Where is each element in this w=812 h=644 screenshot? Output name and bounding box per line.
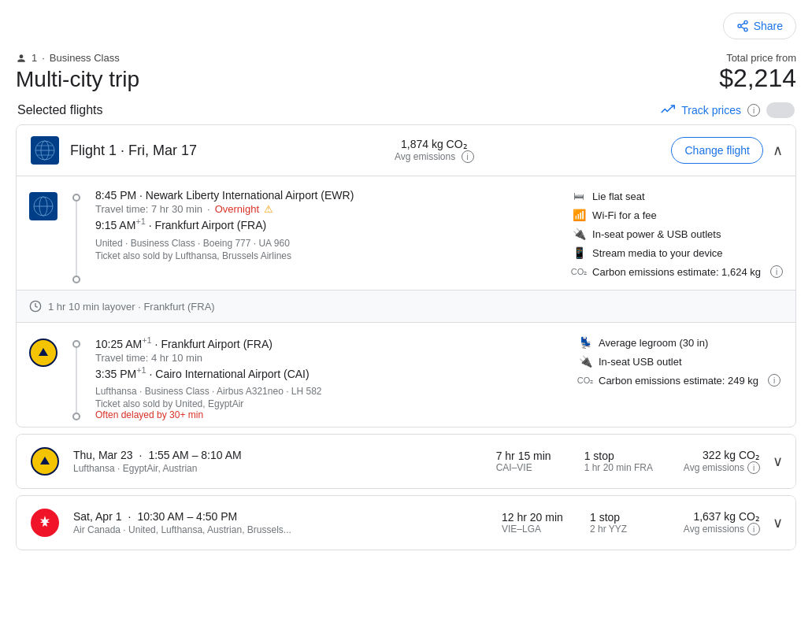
- flight-2-stops: 1 stop 1 hr 20 min FRA: [584, 450, 653, 473]
- segment-1-logo-col: [29, 189, 57, 283]
- title-section: 1 · Business Class Multi-city trip: [16, 52, 139, 92]
- co2-1-info-icon[interactable]: i: [770, 265, 783, 278]
- segment-2-depart: 10:25 AM+1 · Frankfurt Airport (FRA): [95, 335, 565, 350]
- segment-1-arrive: 9:15 AM+1 · Frankfurt Airport (FRA): [95, 217, 559, 231]
- passengers-info: 1 · Business Class: [16, 52, 139, 64]
- depart-dot: [72, 194, 80, 202]
- selected-flights-bar: Selected flights Track prices i: [16, 102, 796, 118]
- layover-row: 1 hr 10 min layover · Frankfurt (FRA): [17, 290, 795, 323]
- flight-2-stops-label: 1 stop: [584, 450, 653, 462]
- flight-2-co2: 322 kg CO₂ Avg emissions i: [666, 449, 760, 474]
- usb-icon: 🔌: [578, 354, 592, 368]
- power-icon: 🔌: [572, 227, 586, 241]
- track-prices-toggle[interactable]: [766, 102, 795, 118]
- flight-1-header: Flight 1 · Fri, Mar 17 1,874 kg CO₂ Avg …: [17, 125, 795, 176]
- flight-3-airline: Air Canada · United, Lufthansa, Austrian…: [73, 524, 489, 535]
- collapse-flight-1-icon[interactable]: ∧: [773, 142, 783, 159]
- air-canada-logo: [31, 509, 59, 537]
- legroom-icon: 💺: [578, 335, 592, 350]
- timeline-line: [76, 202, 77, 276]
- flight-2-stops-sub: 1 hr 20 min FRA: [584, 462, 653, 473]
- track-prices-info-icon[interactable]: i: [747, 104, 760, 117]
- track-prices-link[interactable]: Track prices: [681, 104, 741, 117]
- flight-2-route: CAI–VIE: [496, 462, 572, 473]
- segment-2-arrive: 3:35 PM+1 · Cairo International Airport …: [95, 365, 565, 380]
- flight-3-stops: 1 stop 2 hr YYZ: [590, 511, 653, 535]
- segment-2-container: 10:25 AM+1 · Frankfurt Airport (FRA) Tra…: [17, 323, 795, 427]
- co2-info-icon[interactable]: i: [462, 150, 474, 163]
- flight-3-stops-sub: 2 hr YYZ: [590, 524, 653, 535]
- flight-3-duration: 12 hr 20 min: [502, 511, 565, 524]
- amenity-co2-2: CO₂ Carbon emissions estimate: 249 kg i: [578, 373, 783, 387]
- flight-3-logo: [29, 507, 61, 539]
- share-button[interactable]: Share: [723, 13, 796, 39]
- segment-2-logo-col: [29, 335, 57, 420]
- co2-2-info-icon[interactable]: i: [768, 374, 780, 387]
- flight-3-co2-sub: Avg emissions i: [666, 523, 760, 535]
- warning-icon: ⚠: [264, 203, 273, 215]
- flight-3-co2: 1,637 kg CO₂ Avg emissions i: [666, 510, 760, 535]
- flight-2-row: Thu, Mar 23 · 1:55 AM – 8:10 AM Lufthans…: [17, 435, 795, 488]
- amenity-power: 🔌 In-seat power & USB outlets: [572, 227, 783, 241]
- segment-2-amenities: 💺 Average legroom (30 in) 🔌 In-seat USB …: [578, 335, 783, 420]
- class-label: Business Class: [50, 52, 120, 64]
- segment-2-airline-info: Lufthansa · Business Class · Airbus A321…: [95, 386, 565, 397]
- amenity-usb: 🔌 In-seat USB outlet: [578, 354, 783, 368]
- flight-3-row: Sat, Apr 1 · 10:30 AM – 4:50 PM Air Cana…: [17, 496, 795, 550]
- flight-2-airline: Lufthansa · EgyptAir, Austrian: [73, 463, 484, 474]
- wifi-icon: 📶: [572, 208, 586, 222]
- flight-2-co2-sub: Avg emissions i: [666, 461, 760, 474]
- passengers-count: 1: [32, 52, 37, 64]
- flight-2-co2-info[interactable]: i: [747, 461, 760, 474]
- amenity-wifi: 📶 Wi-Fi for a fee: [572, 208, 783, 222]
- lufthansa-logo-2: [31, 447, 59, 476]
- flight-1-label: Flight 1 · Fri, Mar 17: [70, 142, 197, 158]
- flight-3-route: VIE–LGA: [502, 524, 577, 535]
- flight-1-title-section: Flight 1 · Fri, Mar 17: [29, 135, 197, 166]
- segment-1-sold-by: Ticket also sold by Lufthansa, Brussels …: [95, 250, 559, 261]
- track-prices-section: Track prices i: [661, 102, 795, 118]
- flight-1-actions: Change flight ∧: [671, 137, 783, 164]
- flight-1-airline-logo: [29, 135, 61, 166]
- total-price-value: $2,214: [719, 64, 796, 93]
- segment-1-details: 8:45 PM · Newark Liberty International A…: [95, 189, 559, 283]
- flat-seat-icon: 🛏: [572, 189, 586, 203]
- segment-1-container: 8:45 PM · Newark Liberty International A…: [17, 176, 795, 290]
- segment-1-airline-info: United · Business Class · Boeing 777 · U…: [95, 238, 559, 249]
- flight-1-card: Flight 1 · Fri, Mar 17 1,874 kg CO₂ Avg …: [16, 124, 796, 427]
- segment-1-depart: 8:45 PM · Newark Liberty International A…: [95, 189, 559, 202]
- delayed-label: Often delayed by 30+ min: [95, 409, 565, 420]
- segment-2-travel-time: Travel time: 4 hr 10 min: [95, 352, 565, 364]
- svg-point-0: [744, 20, 747, 24]
- segment-1-amenities: 🛏 Lie flat seat 📶 Wi-Fi for a fee 🔌 In-s…: [572, 189, 783, 283]
- layover-icon: [29, 300, 42, 313]
- svg-line-3: [740, 27, 744, 29]
- expand-flight-3-icon[interactable]: ∨: [773, 514, 783, 531]
- amenity-flat-seat: 🛏 Lie flat seat: [572, 189, 783, 203]
- flight-3-duration-section: 12 hr 20 min VIE–LGA: [502, 511, 577, 535]
- arrive-dot: [72, 276, 80, 283]
- price-section: Total price from $2,214: [719, 52, 796, 93]
- timeline-line-2: [76, 348, 77, 413]
- page-title: Multi-city trip: [16, 67, 139, 92]
- flight-3-co2-info[interactable]: i: [747, 523, 760, 535]
- co2-icon-2: CO₂: [578, 373, 592, 387]
- segment-1-travel-time: Travel time: 7 hr 30 min · Overnight ⚠: [95, 203, 559, 215]
- amenity-screen: 📱 Stream media to your device: [572, 246, 783, 260]
- svg-point-2: [744, 28, 747, 31]
- page-header: 1 · Business Class Multi-city trip Total…: [16, 52, 796, 93]
- flight-2-logo: [29, 446, 61, 477]
- expand-flight-2-icon[interactable]: ∨: [773, 453, 783, 470]
- screen-icon: 📱: [572, 246, 586, 260]
- segment-1-timeline: [70, 189, 83, 283]
- change-flight-button[interactable]: Change flight: [671, 137, 763, 164]
- share-label: Share: [754, 20, 783, 32]
- segment-2-timeline: [70, 335, 83, 420]
- depart-dot-2: [72, 340, 80, 348]
- flight-2-info: Thu, Mar 23 · 1:55 AM – 8:10 AM Lufthans…: [73, 449, 484, 474]
- flight-3-date: Sat, Apr 1 · 10:30 AM – 4:50 PM: [73, 510, 489, 523]
- co2-icon-1: CO₂: [572, 265, 586, 279]
- total-price-label: Total price from: [719, 52, 796, 64]
- segment-2-sold-by: Ticket also sold by United, EgyptAir: [95, 398, 565, 409]
- flight-1-co2-sub: Avg emissions i: [395, 150, 474, 163]
